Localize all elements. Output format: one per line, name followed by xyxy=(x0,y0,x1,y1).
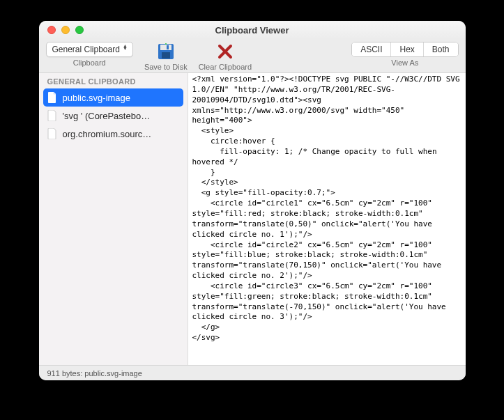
document-icon xyxy=(47,110,57,121)
clear-clipboard-group: Clear Clipboard xyxy=(199,42,252,71)
maximize-icon[interactable] xyxy=(75,26,84,34)
titlebar: Clipboard Viewer xyxy=(39,21,466,39)
clipboard-select-label: Clipboard xyxy=(73,59,106,67)
sidebar-item-public-svg-image[interactable]: public.svg-image xyxy=(43,88,183,107)
statusbar-text: 911 bytes: public.svg-image xyxy=(47,369,142,378)
sidebar-section-header: GENERAL CLIPBOARD xyxy=(39,73,188,88)
clear-label: Clear Clipboard xyxy=(199,63,252,71)
sidebar-item-chromium-source[interactable]: org.chromium.sourc… xyxy=(39,125,188,143)
minimize-icon[interactable] xyxy=(61,26,70,34)
document-icon xyxy=(47,128,57,139)
save-label: Save to Disk xyxy=(144,63,188,71)
svg-point-4 xyxy=(165,43,167,45)
x-delete-icon xyxy=(217,43,234,60)
sidebar-item-label: public.svg-image xyxy=(63,93,131,103)
close-icon[interactable] xyxy=(47,26,56,34)
viewas-label: View As xyxy=(391,59,418,67)
viewas-group: ASCII Hex Both View As xyxy=(351,42,458,67)
viewas-both-button[interactable]: Both xyxy=(423,42,458,56)
svg-rect-1 xyxy=(160,45,171,50)
window-title: Clipboard Viewer xyxy=(39,25,466,36)
clear-button[interactable] xyxy=(213,42,237,61)
sidebar-item-svg-corepaste[interactable]: 'svg ' (CorePastebo… xyxy=(39,107,188,125)
statusbar: 911 bytes: public.svg-image xyxy=(39,365,466,380)
sidebar-item-label: 'svg ' (CorePastebo… xyxy=(63,111,151,121)
viewas-hex-button[interactable]: Hex xyxy=(390,42,422,56)
viewas-segmented: ASCII Hex Both xyxy=(351,42,458,57)
save-to-disk-group: Save to Disk xyxy=(144,42,188,71)
sidebar: GENERAL CLIPBOARD public.svg-image 'svg … xyxy=(39,73,188,365)
clipboard-select[interactable]: General Clipboard ▲▼ xyxy=(46,42,133,57)
toolbar: General Clipboard ▲▼ Clipboard Save to D… xyxy=(39,39,466,72)
content-text: <?xml version="1.0"?><!DOCTYPE svg PUBLI… xyxy=(188,73,466,348)
clipboard-select-value: General Clipboard xyxy=(52,45,120,54)
save-button[interactable] xyxy=(154,42,178,61)
content-area: GENERAL CLIPBOARD public.svg-image 'svg … xyxy=(39,72,466,365)
svg-rect-2 xyxy=(162,52,170,59)
app-window: Clipboard Viewer General Clipboard ▲▼ Cl… xyxy=(39,21,466,380)
window-controls xyxy=(39,26,84,34)
clipboard-select-group: General Clipboard ▲▼ Clipboard xyxy=(46,42,133,67)
svg-rect-3 xyxy=(167,45,169,49)
viewas-ascii-button[interactable]: ASCII xyxy=(352,42,390,56)
document-icon xyxy=(47,92,57,103)
content-viewer[interactable]: <?xml version="1.0"?><!DOCTYPE svg PUBLI… xyxy=(188,73,466,365)
floppy-disk-icon xyxy=(157,42,175,61)
sidebar-item-label: org.chromium.sourc… xyxy=(63,129,152,139)
chevron-updown-icon: ▲▼ xyxy=(123,45,130,50)
